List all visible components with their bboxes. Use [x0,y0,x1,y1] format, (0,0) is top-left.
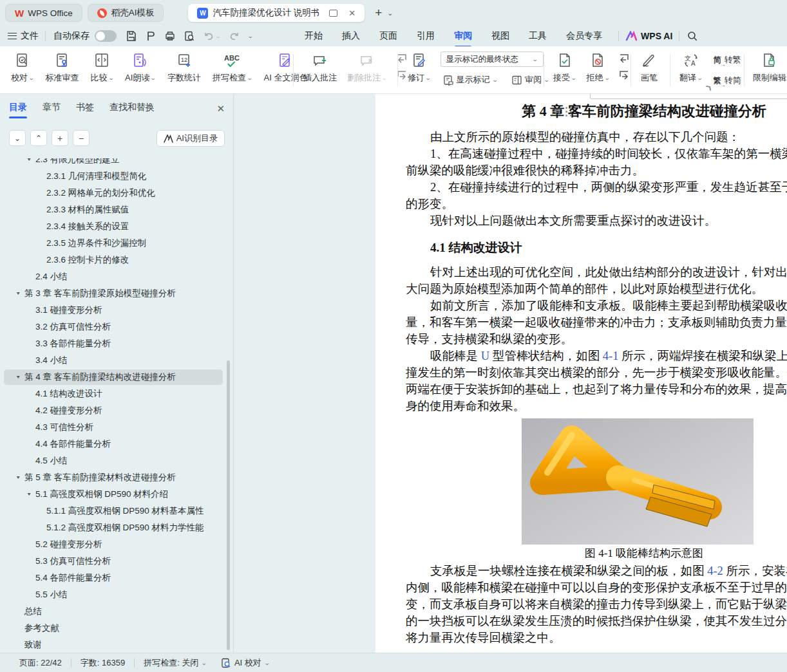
toc-item[interactable]: 3.1 碰撞变形分析 [4,303,223,318]
translate-button[interactable]: 文A 翻译⌄ [675,50,707,85]
toc-next-button[interactable]: ⌄ [9,130,26,146]
spell-check-button[interactable]: ABC 拼写检查⌄ [208,50,257,85]
toc-item[interactable]: 5.5 小结 [4,587,223,602]
toc-item[interactable]: 总结 [4,604,223,619]
toc-item[interactable]: ▼5.1 高强度双相钢 DP590 材料介绍 [4,487,223,502]
tab-list-chevron-icon[interactable]: ⌄ [387,9,393,17]
toc-collapse-button[interactable]: − [73,130,90,146]
word-count-indicator[interactable]: 字数: 16359 [81,657,125,669]
tab-find-replace[interactable]: 查找和替换 [109,102,155,118]
toc-collapse-arrow-icon[interactable]: ▼ [15,475,21,480]
tab-docer-templates[interactable]: 稻壳AI模板 [88,4,164,22]
menu-page[interactable]: 页面 [370,27,407,45]
toc-item-selected[interactable]: ▼第 4 章 客车前防撞梁结构改进碰撞分析 [4,369,223,385]
document-page[interactable]: H1 第 4 章 客车前防撞梁结构改进碰撞分析由上文所示的原始模型的碰撞仿真中，… [375,94,787,653]
toc-item[interactable]: 3.3 各部件能量分析 [4,336,223,351]
page-indicator[interactable]: 页面: 22/42 [19,657,62,669]
restrict-editing-button[interactable]: 限制编辑 [748,50,787,85]
toc-item[interactable]: 3.4 小结 [4,353,223,368]
standard-review-button[interactable]: 标准审查 [41,50,84,85]
proofread-button[interactable]: 校对⌄ [6,50,39,85]
redo-icon[interactable] [229,30,240,42]
new-tab-icon[interactable]: + [375,6,382,20]
toc-item[interactable]: 2.3.2 网格单元的划分和优化 [4,185,223,201]
toc-collapse-arrow-icon[interactable]: ▼ [26,492,32,497]
toc-item[interactable]: 2.3.3 材料的属性赋值 [4,202,223,218]
figure-4-1-image[interactable] [522,418,754,545]
tab-document[interactable]: W 汽车防撞梁优化设计 说明书 ✕ [188,4,365,22]
toc-item[interactable]: 2.3.5 边界条件和沙漏控制 [4,236,223,251]
toc-previous-button[interactable]: ⌃ [30,130,47,146]
toc-item[interactable]: 5.1.2 高强度双相钢 DP590 材料力学性能 [4,520,223,536]
pin-window-icon[interactable] [329,10,337,17]
toc-collapse-arrow-icon[interactable]: ▼ [15,375,21,380]
toc-item[interactable]: 5.4 各部件能量分析 [4,570,223,586]
toc-item[interactable]: ▼2.3 有限元模型的建立 [4,158,223,167]
menu-view[interactable]: 视图 [482,27,519,45]
toc-item[interactable]: 5.3 仿真可信性分析 [4,554,223,569]
toc-item[interactable]: 3.2 仿真可信性分析 [4,319,223,335]
tab-contents[interactable]: 目录 [9,102,27,118]
menu-review[interactable]: 审阅 [444,27,482,45]
menu-reference[interactable]: 引用 [407,27,444,45]
autosave-toggle[interactable] [95,30,117,42]
print-preview-icon[interactable] [184,30,195,42]
undo-chevron-icon[interactable]: ⌄ [215,33,221,39]
next-revision-icon[interactable] [618,69,631,80]
file-menu[interactable]: 文件 [8,30,39,42]
close-sidebar-icon[interactable]: ✕ [216,103,225,115]
menu-insert[interactable]: 插入 [332,27,370,45]
wps-ai-button[interactable]: WPS AI [625,31,672,41]
review-pane-button[interactable]: 审阅⌄ [509,73,552,87]
markup-state-dropdown[interactable]: 显示标记的最终状态 ⌄ [441,51,544,67]
ai-read-aloud-button[interactable]: AI朗读⌄ [120,50,160,85]
toc-item[interactable]: 2.3.1 几何清理和模型简化 [4,169,223,184]
toc-item[interactable]: 4.4 各部件能量分析 [4,436,223,452]
heading-level-marker[interactable]: H1 [551,107,573,117]
toc-item[interactable]: ▼第 5 章 客车前防撞梁材料改进碰撞分析 [4,470,223,485]
drag-handle-icon[interactable] [565,107,573,117]
delete-comment-button[interactable]: 删除批注⌄ [343,50,392,85]
previous-revision-icon[interactable] [618,52,631,64]
track-changes-button[interactable]: 修订⌄ [403,50,435,85]
tab-wps-office[interactable]: W WPS Office [5,4,82,22]
accept-revision-button[interactable]: 接受⌄ [549,50,581,85]
undo-icon[interactable] [203,30,214,42]
ai-recognize-toc-button[interactable]: AI识别目录 [156,130,225,147]
menu-tools[interactable]: 工具 [519,27,556,45]
tab-bookmarks[interactable]: 书签 [76,102,94,118]
word-count-button[interactable]: 12 字数统计 [163,50,205,85]
toc-collapse-arrow-icon[interactable]: ▼ [26,158,32,162]
compare-button[interactable]: 比较⌄ [86,50,119,85]
ai-proof-status[interactable]: AI 校对⌄ [221,657,269,669]
menu-member[interactable]: 会员专享 [556,27,612,45]
toc-collapse-arrow-icon[interactable]: ▼ [15,291,21,296]
menu-home[interactable]: 开始 [295,27,332,45]
print-icon[interactable] [164,30,176,42]
convert-to-traditional-button[interactable]: 简 转繁 [711,53,744,67]
toc-item[interactable]: 参考文献 [4,621,223,636]
toc-item[interactable]: 4.1 结构改进设计 [4,386,223,402]
toc-item[interactable]: ▼第 3 章 客车前防撞梁原始模型碰撞分析 [4,286,223,301]
toc-item[interactable]: 5.1.1 高强度双相钢 DP590 材料基本属性 [4,503,223,519]
search-icon[interactable] [687,31,698,42]
toc-item[interactable]: 2.4 小结 [4,269,223,285]
toc-item[interactable]: 2.3.6 控制卡片的修改 [4,252,223,268]
insert-comment-button[interactable]: 插入批注 [299,50,341,85]
toc-item[interactable]: 2.3.4 接触关系的设置 [4,219,223,234]
toc-item[interactable]: 5.2 碰撞变形分析 [4,537,223,552]
tab-chapters[interactable]: 章节 [43,102,61,118]
toc-item[interactable]: 4.3 可信性分析 [4,420,223,435]
quickbar-chevron-icon[interactable]: ⌄ [247,33,253,39]
reject-revision-button[interactable]: 拒绝⌄ [582,50,614,85]
spellcheck-status[interactable]: 拼写检查: 关闭⌄ [144,657,207,669]
toc-expand-button[interactable]: + [52,130,68,146]
convert-to-simplified-button[interactable]: 繁 转简 [711,73,744,88]
toc-item[interactable]: 致谢 [4,637,223,651]
close-tab-icon[interactable]: ✕ [348,8,356,18]
export-pdf-icon[interactable] [145,30,156,42]
toc-item[interactable]: 4.2 碰撞变形分析 [4,403,223,418]
sidebar-scrollbar[interactable] [227,360,230,650]
toc-item[interactable]: 4.5 小结 [4,453,223,469]
ink-pen-button[interactable]: 画笔 [636,50,662,85]
